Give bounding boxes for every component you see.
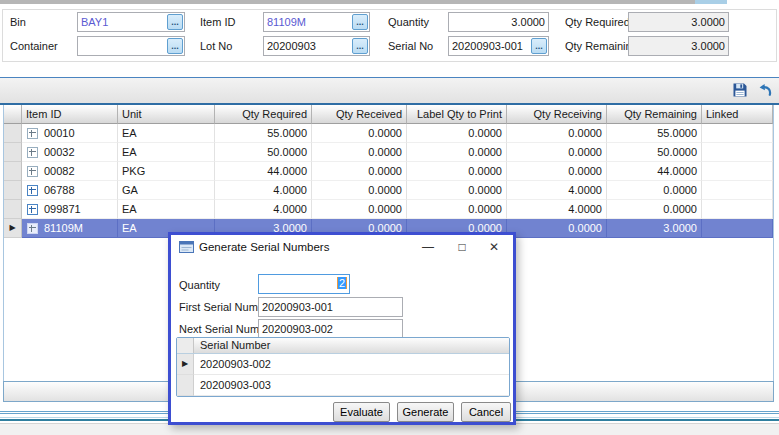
undo-button[interactable] (755, 82, 774, 100)
table-row[interactable]: 06788GA4.00000.00000.00004.00000.0000 (4, 181, 773, 200)
table-cell[interactable]: 06788 (22, 181, 118, 200)
table-cell[interactable]: 3.0000 (607, 219, 702, 238)
table-cell[interactable]: EA (118, 200, 215, 219)
item-id-input[interactable] (264, 13, 351, 31)
table-cell[interactable] (702, 124, 773, 143)
row-selector[interactable]: ▶ (4, 219, 22, 238)
table-cell[interactable]: 81109M (22, 219, 118, 238)
first-serial-input[interactable] (259, 298, 402, 316)
table-cell[interactable]: EA (118, 124, 215, 143)
table-cell[interactable]: 0.0000 (407, 162, 507, 181)
next-serial-input[interactable] (259, 320, 402, 338)
row-selector[interactable] (4, 162, 22, 181)
container-input[interactable] (78, 37, 166, 55)
expand-icon[interactable] (27, 204, 38, 215)
table-cell[interactable]: 50.0000 (607, 143, 702, 162)
table-cell[interactable]: 55.0000 (607, 124, 702, 143)
row-selector[interactable] (4, 200, 22, 219)
column-header-qty-required[interactable]: Qty Required (215, 105, 312, 124)
table-cell[interactable]: 0.0000 (407, 143, 507, 162)
table-cell[interactable]: 4.0000 (215, 181, 312, 200)
table-cell[interactable] (702, 200, 773, 219)
lot-no-lookup-button[interactable]: ... (352, 38, 368, 54)
table-cell[interactable]: 4.0000 (507, 181, 607, 200)
expand-icon[interactable] (27, 185, 38, 196)
quantity-input[interactable] (449, 13, 548, 31)
table-cell[interactable]: GA (118, 181, 215, 200)
table-cell[interactable]: 50.0000 (215, 143, 312, 162)
expand-icon[interactable] (27, 166, 38, 177)
serial-number-cell[interactable]: 20200903-002 (194, 354, 509, 375)
column-header-unit[interactable]: Unit (118, 105, 215, 124)
column-header-qty-received[interactable]: Qty Received (312, 105, 407, 124)
table-row[interactable]: 00032EA50.00000.00000.00000.000050.0000 (4, 143, 773, 162)
table-cell[interactable] (702, 181, 773, 200)
table-cell[interactable]: PKG (118, 162, 215, 181)
close-button[interactable]: ✕ (481, 238, 507, 257)
serial-row-selector[interactable] (177, 375, 194, 396)
table-cell[interactable]: 00082 (22, 162, 118, 181)
serial-row[interactable]: 20200903-003 (177, 375, 509, 396)
maximize-button[interactable]: □ (449, 238, 475, 257)
table-row[interactable]: 099871EA4.00000.00000.00004.00000.0000 (4, 200, 773, 219)
table-cell[interactable]: 0.0000 (312, 124, 407, 143)
table-cell[interactable]: 0.0000 (312, 162, 407, 181)
expand-icon[interactable] (27, 147, 38, 158)
item-id-lookup-button[interactable]: ... (352, 14, 368, 30)
row-selector[interactable] (4, 124, 22, 143)
table-cell[interactable]: 0.0000 (312, 143, 407, 162)
bin-lookup-button[interactable]: ... (167, 14, 183, 30)
table-cell[interactable]: 0.0000 (407, 181, 507, 200)
column-header-item-id[interactable]: Item ID (22, 105, 118, 124)
column-header-linked[interactable]: Linked (702, 105, 773, 124)
table-cell[interactable]: 0.0000 (507, 162, 607, 181)
serial-number-column-header[interactable]: Serial Number (194, 338, 509, 353)
evaluate-button[interactable]: Evaluate (333, 402, 390, 422)
serial-row[interactable]: ▶20200903-002 (177, 354, 509, 375)
table-cell[interactable] (702, 219, 773, 238)
table-cell[interactable]: 0.0000 (507, 124, 607, 143)
row-selector[interactable] (4, 181, 22, 200)
table-cell[interactable]: 0.0000 (407, 124, 507, 143)
table-cell[interactable] (702, 162, 773, 181)
table-cell[interactable]: 099871 (22, 200, 118, 219)
expand-icon[interactable] (27, 223, 38, 234)
column-header-qty-remaining[interactable]: Qty Remaining (607, 105, 702, 124)
table-cell[interactable]: 44.0000 (607, 162, 702, 181)
table-row[interactable]: 00010EA55.00000.00000.00000.000055.0000 (4, 124, 773, 143)
column-header-label-qty-to-print[interactable]: Label Qty to Print (407, 105, 507, 124)
cancel-button[interactable]: Cancel (461, 402, 511, 422)
table-cell[interactable] (702, 143, 773, 162)
column-header-qty-receiving[interactable]: Qty Receiving (507, 105, 607, 124)
serial-no-lookup-button[interactable]: ... (531, 38, 547, 54)
table-cell[interactable]: 44.0000 (215, 162, 312, 181)
bin-input[interactable] (78, 13, 166, 31)
table-cell[interactable]: 0.0000 (507, 219, 607, 238)
dialog-quantity-field[interactable]: 2 (258, 274, 350, 294)
serial-row-selector[interactable]: ▶ (177, 354, 194, 375)
lot-no-input[interactable] (264, 37, 351, 55)
table-cell[interactable]: 0.0000 (312, 181, 407, 200)
quantity-label: Quantity (388, 15, 429, 29)
table-cell[interactable]: 00010 (22, 124, 118, 143)
table-cell[interactable]: 0.0000 (507, 143, 607, 162)
table-cell[interactable]: 55.0000 (215, 124, 312, 143)
table-cell[interactable]: 0.0000 (607, 200, 702, 219)
table-cell[interactable]: 4.0000 (215, 200, 312, 219)
row-selector[interactable] (4, 143, 22, 162)
serial-no-input[interactable] (449, 37, 530, 55)
table-cell[interactable]: EA (118, 143, 215, 162)
minimize-button[interactable]: — (415, 238, 441, 257)
save-button[interactable] (730, 82, 749, 100)
generate-button[interactable]: Generate (397, 402, 454, 422)
table-cell[interactable]: 0.0000 (407, 200, 507, 219)
table-cell[interactable]: 0.0000 (607, 181, 702, 200)
container-lookup-button[interactable]: ... (167, 38, 183, 54)
table-cell[interactable]: 00032 (22, 143, 118, 162)
table-cell[interactable]: 4.0000 (507, 200, 607, 219)
dialog-titlebar[interactable]: Generate Serial Numbers — □ ✕ (171, 235, 513, 260)
table-row[interactable]: 00082PKG44.00000.00000.00000.000044.0000 (4, 162, 773, 181)
serial-number-cell[interactable]: 20200903-003 (194, 375, 509, 396)
table-cell[interactable]: 0.0000 (312, 200, 407, 219)
expand-icon[interactable] (27, 128, 38, 139)
